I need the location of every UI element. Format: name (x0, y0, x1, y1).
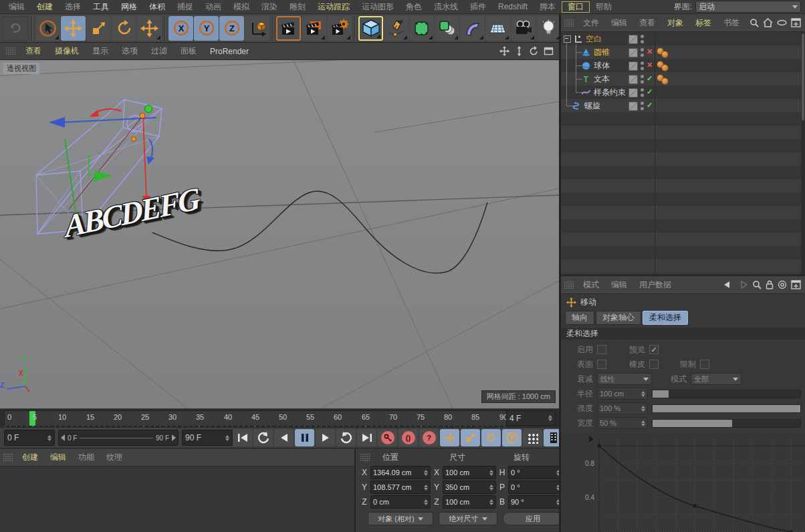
interface-dropdown[interactable]: 启动 (695, 1, 801, 13)
live-selection-button[interactable] (35, 16, 60, 41)
viewport-menu-options[interactable]: 选项 (115, 45, 144, 57)
gizmo-param-dot[interactable] (132, 137, 136, 142)
spline-pen-button[interactable] (384, 16, 409, 41)
object-row-spline-constraint[interactable]: 样条约束 ✓ (561, 86, 805, 99)
range-left-arrow-icon[interactable] (61, 434, 65, 441)
menu-window[interactable]: 窗口 (562, 1, 590, 13)
history-back-icon[interactable] (723, 281, 733, 289)
om-menu-file[interactable]: 文件 (577, 17, 605, 29)
search-icon[interactable] (750, 18, 759, 27)
last-tool-button[interactable] (137, 16, 162, 41)
size-z-field[interactable]: 100 cm (443, 495, 496, 509)
viewport-menu-camera[interactable]: 摄像机 (48, 45, 86, 57)
panel-grip-icon[interactable] (5, 47, 16, 55)
pos-x-field[interactable]: 1364.09 cm (370, 466, 431, 479)
om-menu-view[interactable]: 查看 (633, 17, 661, 29)
tab-soft-selection[interactable]: 柔和选择 (643, 311, 688, 325)
falloff-curve-graph[interactable]: 0.8 0.4 0.0 0.2 0.4 0.6 0.8 1.0 (561, 433, 805, 532)
curve-point[interactable] (597, 444, 601, 448)
enable-state[interactable]: ✕ (647, 47, 653, 56)
pos-z-field[interactable]: 0 cm (370, 495, 431, 509)
size-x-field[interactable]: 100 cm (443, 466, 496, 479)
coordinate-system-button[interactable] (245, 16, 269, 41)
am-menu-edit[interactable]: 编辑 (605, 279, 633, 291)
rot-h-field[interactable]: 0 ° (508, 466, 563, 479)
enable-state[interactable]: ✕ (647, 61, 653, 70)
material-list-empty[interactable] (0, 467, 354, 532)
material-menu-texture[interactable]: 纹理 (100, 452, 128, 463)
pause-button[interactable] (295, 429, 314, 446)
undo-button[interactable] (2, 16, 29, 41)
viewport-menu-prorender[interactable]: ProRender (203, 47, 255, 56)
section-header[interactable]: 柔和选择 (561, 328, 805, 340)
visibility-dots[interactable] (641, 75, 644, 86)
frame-end-field[interactable]: 90 F (182, 430, 233, 446)
previous-frame-button[interactable] (274, 429, 294, 446)
menu-volume[interactable]: 体积 (143, 1, 171, 13)
menu-edit[interactable]: 编辑 (3, 1, 31, 13)
menu-select[interactable]: 选择 (59, 1, 87, 13)
visibility-dots[interactable] (641, 35, 644, 45)
scrollbar[interactable] (801, 32, 805, 275)
view-maximize-icon[interactable] (544, 46, 554, 56)
layer-swatch[interactable] (628, 48, 638, 57)
menu-mesh[interactable]: 网格 (115, 1, 143, 13)
viewport-menu-panel[interactable]: 面板 (174, 45, 203, 57)
size-mode-dropdown[interactable]: 绝对尺寸 (439, 512, 497, 525)
collapse-toggle-icon[interactable] (564, 35, 571, 43)
record-keyframe-button[interactable] (378, 429, 397, 446)
panel-grip-icon[interactable] (360, 453, 370, 462)
material-tag[interactable] (661, 78, 669, 85)
visibility-dots[interactable] (641, 102, 644, 112)
play-forward-loop-button[interactable] (336, 429, 356, 446)
visibility-dots[interactable] (641, 61, 644, 72)
tab-object-axis[interactable]: 对象轴心 (596, 311, 641, 325)
menu-help[interactable]: 帮助 (590, 1, 618, 13)
lock-z-axis-button[interactable]: Z (219, 16, 244, 41)
enable-state[interactable]: ✓ (647, 101, 653, 110)
material-tag[interactable] (661, 51, 669, 58)
bend-deformer-button[interactable] (460, 16, 485, 41)
view-pan-icon[interactable] (499, 46, 509, 56)
menu-tools[interactable]: 工具 (87, 1, 115, 13)
radius-field[interactable]: 100 cm (597, 388, 648, 400)
rotate-tool-button[interactable] (112, 16, 136, 41)
menu-script[interactable]: 脚本 (534, 1, 562, 13)
apply-button[interactable]: 应用 (503, 512, 563, 525)
light-button[interactable] (536, 16, 561, 41)
viewport-menu-view[interactable]: 查看 (19, 45, 48, 57)
autokey-button[interactable]: () (398, 429, 418, 446)
enable-state[interactable]: ✓ (647, 74, 653, 83)
key-scale-toggle[interactable] (461, 429, 480, 446)
frame-range-slider[interactable]: 0 F 90 F (58, 430, 179, 446)
subdivision-surface-button[interactable] (409, 16, 434, 41)
menu-plugins[interactable]: 插件 (464, 1, 492, 13)
limit-checkbox[interactable] (700, 360, 709, 369)
menu-create[interactable]: 创建 (31, 1, 59, 13)
eraser-checkbox[interactable] (649, 360, 659, 369)
lock-x-axis-button[interactable]: X (168, 16, 193, 41)
scale-tool-button[interactable] (86, 16, 111, 41)
stepper-icon[interactable] (548, 415, 552, 421)
view-label[interactable]: 透视视图 (3, 63, 39, 74)
range-right-arrow-icon[interactable] (172, 434, 176, 441)
width-field[interactable]: 50 % (597, 417, 648, 429)
panel-grip-icon[interactable] (564, 281, 574, 289)
goto-end-button[interactable] (357, 429, 376, 446)
viewport-3d[interactable]: Y X Z 透视视图 ABCDEFG 网格间距 : 1000 cm (0, 60, 559, 408)
camera-button[interactable] (511, 16, 536, 41)
gizmo-handle-dot[interactable] (145, 106, 152, 113)
object-row-null[interactable]: 空白 (561, 32, 805, 45)
om-menu-bookmark[interactable]: 书签 (717, 17, 745, 29)
render-view-button[interactable] (276, 16, 301, 41)
keyframe-selection-button[interactable]: ? (419, 429, 439, 446)
object-row-text[interactable]: T 文本 ✓ (561, 72, 805, 86)
layer-swatch[interactable] (628, 88, 638, 98)
key-position-toggle[interactable] (440, 429, 459, 446)
key-rotation-toggle[interactable] (481, 429, 501, 446)
object-row-sphere[interactable]: 球体 ✕ (561, 59, 805, 72)
render-picture-viewer-button[interactable] (302, 16, 326, 41)
target-icon[interactable] (778, 280, 787, 289)
om-menu-object[interactable]: 对象 (661, 17, 689, 29)
viewport-menu-display[interactable]: 显示 (86, 45, 115, 57)
